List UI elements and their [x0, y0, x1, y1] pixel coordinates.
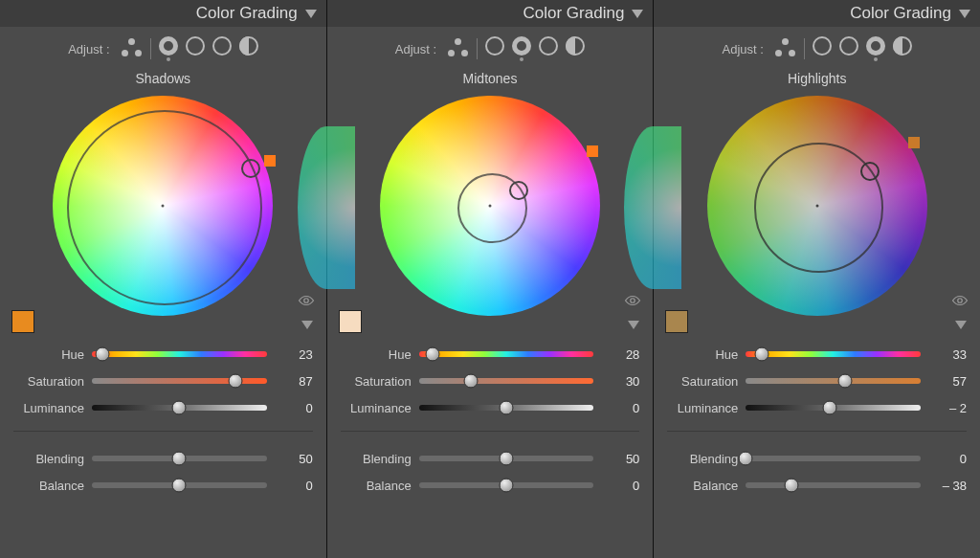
wheel-center-dot	[489, 205, 492, 208]
slider-thumb[interactable]	[464, 374, 479, 389]
hue-edge-marker[interactable]	[908, 137, 920, 148]
slider-track-hue[interactable]	[419, 351, 594, 357]
slider-saturation: Saturation 30	[341, 368, 640, 394]
adjust-row: Adjust :	[654, 27, 980, 65]
sliders-group: Hue 33 Saturation 57 Luminance – 2	[654, 335, 980, 423]
wheel-knob[interactable]	[241, 159, 260, 178]
svg-point-0	[303, 299, 308, 303]
slider-thumb[interactable]	[838, 374, 853, 389]
visibility-icon[interactable]	[624, 295, 641, 306]
mode-indicator-dot	[520, 57, 523, 61]
three-way-icon[interactable]	[448, 38, 469, 59]
section-title: Highlights	[654, 65, 980, 88]
color-wheel[interactable]	[53, 96, 273, 316]
slider-hue: Hue 28	[341, 341, 640, 368]
slider-value: 50	[275, 452, 313, 466]
slider-track-hue[interactable]	[746, 351, 921, 357]
slider-track-balance[interactable]	[419, 482, 594, 488]
slider-thumb[interactable]	[500, 401, 514, 415]
slider-thumb[interactable]	[172, 401, 187, 415]
color-swatch[interactable]	[339, 310, 362, 333]
slider-saturation: Saturation 87	[13, 368, 313, 394]
mode-highlights-icon[interactable]	[212, 36, 232, 56]
mode-midtones-icon[interactable]	[186, 36, 205, 56]
slider-thumb[interactable]	[172, 479, 187, 493]
slider-label: Luminance	[13, 401, 84, 415]
slider-value: 0	[601, 401, 639, 415]
slider-value: 23	[275, 347, 313, 362]
divider	[667, 431, 967, 432]
slider-track-blending[interactable]	[746, 456, 921, 461]
adjust-label: Adjust :	[395, 42, 436, 56]
slider-track-balance[interactable]	[746, 482, 921, 488]
hue-edge-marker[interactable]	[587, 145, 598, 157]
slider-balance: Balance – 38	[667, 472, 967, 499]
color-swatch[interactable]	[665, 310, 688, 333]
svg-point-1	[631, 299, 635, 303]
expand-icon[interactable]	[955, 321, 967, 329]
mode-midtones-icon[interactable]	[839, 36, 858, 56]
slider-track-balance[interactable]	[92, 482, 267, 488]
separator	[804, 38, 805, 59]
slider-track-saturation[interactable]	[92, 378, 267, 384]
mode-global-icon[interactable]	[893, 36, 912, 56]
slider-blending: Blending 50	[341, 445, 640, 472]
three-way-icon[interactable]	[122, 38, 143, 59]
color-swatch[interactable]	[11, 310, 34, 333]
slider-track-blending[interactable]	[419, 456, 594, 461]
slider-track-saturation[interactable]	[746, 378, 921, 384]
slider-track-luminance[interactable]	[92, 405, 267, 411]
slider-track-saturation[interactable]	[419, 378, 594, 384]
mode-global-icon[interactable]	[566, 36, 585, 56]
visibility-icon[interactable]	[951, 295, 969, 306]
slider-thumb[interactable]	[426, 347, 440, 362]
slider-thumb[interactable]	[500, 479, 514, 493]
collapse-icon[interactable]	[632, 10, 643, 18]
slider-value: – 38	[928, 479, 967, 493]
mode-shadows-icon[interactable]	[813, 36, 832, 56]
slider-track-luminance[interactable]	[419, 405, 594, 411]
mode-global-icon[interactable]	[239, 36, 258, 56]
slider-thumb[interactable]	[228, 374, 242, 389]
slider-luminance: Luminance – 2	[667, 394, 967, 421]
collapse-icon[interactable]	[959, 10, 970, 18]
wheel-knob[interactable]	[509, 181, 528, 200]
expand-icon[interactable]	[628, 321, 639, 329]
slider-thumb[interactable]	[739, 452, 753, 466]
mode-shadows-icon[interactable]	[159, 36, 178, 56]
visibility-icon[interactable]	[298, 295, 315, 306]
wheel-knob[interactable]	[860, 162, 880, 181]
panel-title: Color Grading	[850, 4, 951, 23]
three-way-icon[interactable]	[775, 38, 796, 59]
hue-edge-marker[interactable]	[264, 155, 276, 167]
color-wheel[interactable]	[380, 96, 600, 316]
slider-track-hue[interactable]	[92, 351, 267, 357]
slider-thumb[interactable]	[823, 401, 837, 415]
panel-header: Color Grading	[654, 0, 980, 27]
divider	[341, 431, 640, 432]
mode-midtones-icon[interactable]	[512, 36, 531, 56]
slider-label: Saturation	[13, 374, 84, 389]
slider-thumb[interactable]	[500, 452, 514, 466]
mode-shadows-icon[interactable]	[485, 36, 504, 56]
saturation-ring	[67, 110, 262, 305]
sliders-group-bottom: Blending 50 Balance 0	[0, 439, 326, 501]
slider-thumb[interactable]	[784, 479, 798, 493]
mode-highlights-icon[interactable]	[539, 36, 558, 56]
collapse-icon[interactable]	[305, 10, 317, 18]
wheel-center-dot	[815, 205, 818, 208]
panel-header: Color Grading	[0, 0, 326, 27]
slider-thumb[interactable]	[172, 452, 187, 466]
slider-label: Hue	[341, 347, 412, 362]
slider-thumb[interactable]	[754, 347, 768, 362]
separator	[150, 38, 151, 59]
slider-track-blending[interactable]	[92, 456, 267, 461]
mode-highlights-icon[interactable]	[866, 36, 885, 56]
color-wheel[interactable]	[707, 96, 927, 316]
slider-value: 28	[601, 347, 639, 362]
slider-thumb[interactable]	[95, 347, 109, 362]
divider	[13, 431, 313, 432]
svg-point-2	[958, 299, 963, 303]
slider-track-luminance[interactable]	[746, 405, 921, 411]
expand-icon[interactable]	[301, 321, 313, 329]
